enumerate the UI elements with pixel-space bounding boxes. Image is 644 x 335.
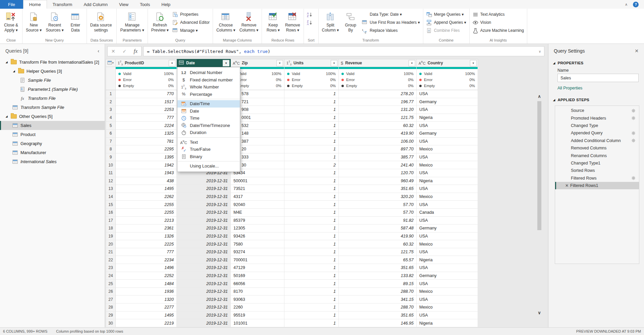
cell-productid[interactable]: 2277 — [116, 304, 177, 312]
cell-date[interactable]: 2019-12-31 — [177, 209, 231, 217]
all-properties-link[interactable]: All Properties — [548, 82, 644, 90]
cell-units[interactable]: 1 — [284, 288, 339, 296]
cell-units[interactable]: 1 — [284, 209, 339, 217]
row-number[interactable]: 24 — [106, 272, 116, 280]
applied-step-promoted-headers[interactable]: Promoted Headers — [555, 114, 639, 122]
properties-button[interactable]: Properties — [171, 11, 211, 18]
vertical-scrollbar[interactable]: ∧ — [537, 94, 542, 322]
cell-productid[interactable]: 438 — [116, 177, 177, 185]
cell-productid[interactable]: 2213 — [116, 217, 177, 225]
row-number[interactable]: 22 — [106, 256, 116, 264]
cell-revenue[interactable]: 241.40 — [339, 161, 417, 169]
cell-units[interactable]: 1 — [284, 280, 339, 288]
cell-units[interactable]: 1 — [284, 304, 339, 312]
cell-productid[interactable]: 1395 — [116, 153, 177, 161]
cell-productid[interactable]: 2295 — [116, 145, 177, 153]
row-number[interactable]: 20 — [106, 240, 116, 248]
cell-revenue[interactable]: 60.32 — [339, 240, 417, 248]
cell-country[interactable]: USA — [417, 248, 478, 256]
keep-rows-button[interactable]: KeepRows ▾ — [264, 10, 282, 38]
cell-country[interactable]: USA — [417, 312, 478, 320]
cell-productid[interactable]: 1495 — [116, 185, 177, 193]
menu-item-date[interactable]: Date — [177, 108, 240, 115]
cell-country[interactable]: Nigeria — [417, 319, 478, 327]
data-type-date-button[interactable]: Data Type: Date ▾ — [361, 11, 421, 18]
cell-units[interactable]: 1 — [284, 114, 339, 122]
cell-zip[interactable]: 85379 — [231, 217, 284, 225]
sort-az-button[interactable]: AZ — [306, 11, 314, 18]
cell-productid[interactable]: 2234 — [116, 256, 177, 264]
cell-country[interactable]: USA — [417, 169, 478, 177]
cell-units[interactable]: 1 — [284, 295, 339, 304]
cell-country[interactable]: Mexico — [417, 145, 478, 153]
help-icon[interactable]: ? — [633, 2, 639, 7]
cell-revenue[interactable]: 419.90 — [339, 130, 417, 138]
tab-file[interactable]: File — [0, 0, 23, 9]
cell-revenue[interactable]: 419.90 — [339, 232, 417, 241]
cell-revenue[interactable]: 91.82 — [339, 217, 417, 225]
cell-country[interactable]: USA — [417, 217, 478, 225]
applied-step-source[interactable]: Source — [555, 107, 639, 114]
cell-productid[interactable]: 777 — [116, 114, 177, 122]
cell-zip[interactable]: 700001 — [231, 256, 284, 264]
cell-date[interactable]: 2019-12-31 — [177, 280, 231, 288]
append-queries-button[interactable]: Append Queries ▾ — [425, 19, 468, 26]
cell-country[interactable]: USA — [417, 280, 478, 288]
row-number[interactable]: 29 — [106, 312, 116, 320]
row-number[interactable]: 2 — [106, 98, 116, 106]
cell-revenue[interactable]: 351.65 — [339, 185, 417, 193]
row-number[interactable]: 28 — [106, 304, 116, 312]
cell-units[interactable]: 1 — [284, 264, 339, 272]
split-column-button[interactable]: SplitColumn ▾ — [320, 10, 341, 38]
cell-units[interactable]: 1 — [284, 90, 339, 98]
cell-zip[interactable]: 92040 — [231, 201, 284, 209]
column-header-zip[interactable]: ABCZip▾ — [231, 59, 284, 67]
sidebar-item-product[interactable]: Product — [0, 130, 105, 139]
cell-productid[interactable]: 2255 — [116, 201, 177, 209]
cell-productid[interactable]: 2252 — [116, 272, 177, 280]
column-header-revenue[interactable]: $Revenue▾ — [339, 59, 417, 67]
tab-help[interactable]: Help — [156, 0, 176, 9]
column-header-date[interactable]: Date▾ — [177, 59, 231, 67]
cell-revenue[interactable]: 196.77 — [339, 98, 417, 106]
filter-dropdown-icon[interactable]: ▾ — [409, 60, 415, 66]
data-source-settings-button[interactable]: Data sourcesettings — [89, 10, 114, 38]
filter-dropdown-icon[interactable]: ▾ — [169, 60, 175, 66]
filter-dropdown-icon[interactable]: ▾ — [223, 60, 229, 66]
cell-units[interactable]: 1 — [284, 232, 339, 241]
cell-productid[interactable]: 1936 — [116, 288, 177, 296]
row-number[interactable]: 3 — [106, 106, 116, 114]
cell-revenue[interactable]: 341.15 — [339, 295, 417, 304]
cell-units[interactable]: 1 — [284, 153, 339, 161]
cell-date[interactable]: 2019-12-31 — [177, 193, 231, 201]
cell-units[interactable]: 1 — [284, 217, 339, 225]
cell-date[interactable]: 2019-12-31 — [177, 224, 231, 232]
row-number[interactable]: 6 — [106, 130, 116, 138]
replace-values-button[interactable]: 12Replace Values — [361, 27, 421, 34]
table-select-all-button[interactable]: ▾ — [106, 59, 116, 67]
step-settings-gear-icon[interactable] — [631, 138, 636, 143]
cell-country[interactable]: USA — [417, 232, 478, 241]
cell-zip[interactable]: 95519 — [231, 312, 284, 320]
cell-units[interactable]: 1 — [284, 256, 339, 264]
cell-units[interactable]: 1 — [284, 224, 339, 232]
cell-productid[interactable]: 1325 — [116, 130, 177, 138]
cell-date[interactable]: 2019-12-31 — [177, 256, 231, 264]
cell-date[interactable]: 2019-12-31 — [177, 304, 231, 312]
cell-productid[interactable]: 770 — [116, 90, 177, 98]
cell-productid[interactable]: 1942 — [116, 161, 177, 169]
row-number[interactable]: 12 — [106, 177, 116, 185]
cell-productid[interactable]: 2219 — [116, 319, 177, 327]
tab-transform[interactable]: Transform — [47, 0, 78, 9]
cell-zip[interactable]: 7580 — [231, 240, 284, 248]
cell-date[interactable]: 2019-12-31 — [177, 312, 231, 320]
manage-parameters-button[interactable]: ManageParameters ▾ — [118, 10, 146, 38]
cell-date[interactable]: 2019-12-31 — [177, 319, 231, 327]
sidebar-item-international-sales[interactable]: International Sales — [0, 157, 105, 166]
menu-item-duration[interactable]: Duration — [177, 129, 240, 136]
row-number[interactable]: 26 — [106, 288, 116, 296]
sidebar-item-sample-file[interactable]: Sample File — [0, 76, 105, 85]
cell-productid[interactable]: 1495 — [116, 312, 177, 320]
cell-revenue[interactable]: 587.48 — [339, 224, 417, 232]
cell-revenue[interactable]: 65.57 — [339, 256, 417, 264]
